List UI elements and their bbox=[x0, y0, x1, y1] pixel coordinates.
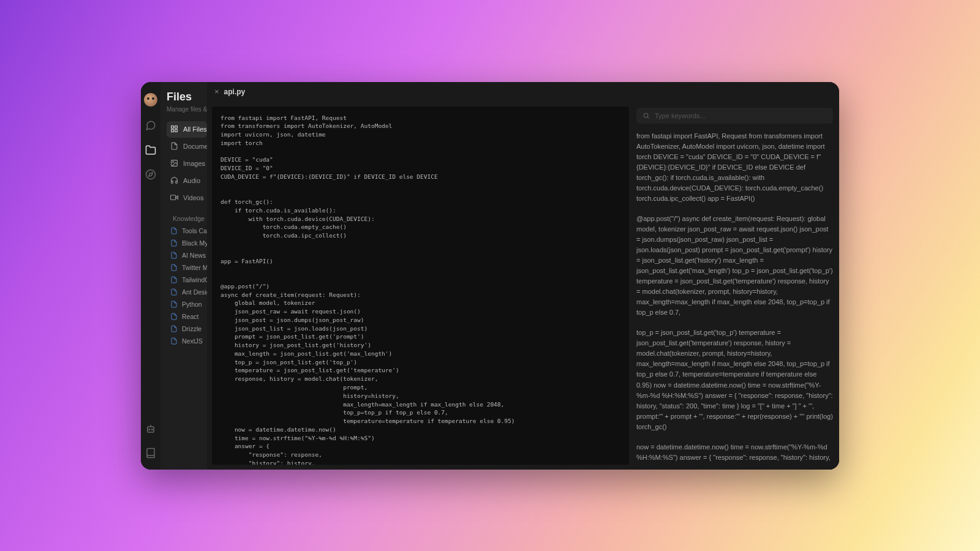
document-icon bbox=[170, 227, 178, 234]
folder-icon[interactable] bbox=[145, 144, 156, 156]
svg-point-0 bbox=[146, 170, 156, 179]
doc-item-label: NextJS bbox=[182, 337, 203, 345]
doc-item[interactable]: NextJS bbox=[167, 335, 207, 347]
search-result-item[interactable]: @app.post("/") async def create_item(req… bbox=[636, 214, 833, 318]
svg-point-11 bbox=[173, 161, 174, 162]
search-box[interactable] bbox=[636, 108, 833, 124]
sidebar-item-all-files[interactable]: All Files bbox=[167, 121, 207, 138]
compass-icon[interactable] bbox=[145, 169, 156, 180]
book-icon[interactable] bbox=[145, 448, 156, 459]
sidebar: Files Manage files & All FilesDocumenIma… bbox=[160, 82, 207, 470]
search-icon bbox=[643, 112, 650, 119]
chat-icon[interactable] bbox=[145, 120, 156, 131]
sidebar-subtitle: Manage files & bbox=[167, 106, 207, 113]
document-icon bbox=[170, 239, 178, 247]
svg-rect-9 bbox=[172, 129, 174, 132]
doc-item[interactable]: Drizzle bbox=[167, 323, 207, 335]
sidebar-item-audio[interactable]: Audio bbox=[167, 173, 207, 189]
video-icon bbox=[170, 193, 178, 203]
doc-item-label: React bbox=[182, 313, 198, 320]
doc-item[interactable]: TailwindC bbox=[167, 274, 207, 286]
svg-point-14 bbox=[644, 113, 648, 118]
svg-rect-7 bbox=[175, 126, 178, 128]
svg-marker-1 bbox=[149, 172, 153, 176]
doc-item-label: Python bbox=[182, 301, 202, 308]
doc-item-label: AI News bbox=[182, 252, 206, 259]
document-icon bbox=[170, 264, 178, 271]
sidebar-item-label: Documen bbox=[183, 143, 207, 150]
main-area: × api.py from fastapi import FastAPI, Re… bbox=[207, 82, 839, 470]
document-icon bbox=[170, 301, 178, 308]
tab-name[interactable]: api.py bbox=[224, 88, 246, 96]
doc-item-label: Tools Call bbox=[182, 227, 207, 234]
document-icon bbox=[170, 325, 178, 332]
sidebar-group-label: Knowledge bbox=[173, 215, 205, 222]
file-icon bbox=[170, 142, 178, 151]
doc-item[interactable]: Python bbox=[167, 298, 207, 310]
svg-rect-8 bbox=[175, 129, 178, 132]
tab-bar: × api.py bbox=[207, 82, 839, 102]
doc-item-label: Twitter M bbox=[182, 264, 207, 271]
document-icon bbox=[170, 313, 178, 320]
sidebar-item-label: All Files bbox=[183, 126, 207, 133]
svg-line-15 bbox=[647, 117, 649, 118]
sidebar-title: Files bbox=[167, 91, 207, 103]
doc-item[interactable]: AI News bbox=[167, 249, 207, 261]
svg-marker-12 bbox=[176, 195, 178, 198]
svg-rect-6 bbox=[172, 126, 174, 128]
doc-item-label: Ant Desig bbox=[182, 288, 207, 296]
document-icon bbox=[170, 252, 178, 259]
doc-item[interactable]: Twitter M bbox=[167, 261, 207, 274]
search-result-item[interactable]: from fastapi import FastAPI, Request fro… bbox=[636, 131, 833, 204]
sidebar-item-images[interactable]: Images bbox=[167, 156, 207, 172]
search-result-item[interactable]: now = datetime.datetime.now() time = now… bbox=[636, 442, 833, 463]
sidebar-item-label: Images bbox=[183, 160, 205, 167]
sidebar-item-label: Audio bbox=[183, 177, 200, 184]
tab-close-button[interactable]: × bbox=[214, 87, 219, 96]
audio-icon bbox=[170, 176, 178, 186]
icon-rail bbox=[141, 82, 160, 470]
search-input[interactable] bbox=[655, 112, 827, 119]
doc-item[interactable]: Black Myt bbox=[167, 237, 207, 249]
grid-icon bbox=[170, 125, 178, 134]
document-icon bbox=[170, 276, 178, 283]
search-panel: from fastapi import FastAPI, Request fro… bbox=[634, 102, 839, 470]
robot-icon[interactable] bbox=[145, 423, 156, 434]
app-window: Files Manage files & All FilesDocumenIma… bbox=[141, 82, 839, 470]
search-result-item[interactable]: top_p = json_post_list.get('top_p') temp… bbox=[636, 328, 833, 432]
doc-item-label: TailwindC bbox=[182, 276, 207, 283]
sidebar-item-label: Videos bbox=[183, 194, 203, 201]
avatar[interactable] bbox=[144, 93, 157, 107]
doc-item-label: Black Myt bbox=[182, 239, 207, 247]
doc-item[interactable]: Ant Desig bbox=[167, 286, 207, 298]
svg-rect-13 bbox=[171, 195, 176, 200]
doc-item[interactable]: React bbox=[167, 310, 207, 323]
code-editor[interactable]: from fastapi import FastAPI, Request fro… bbox=[212, 107, 629, 465]
svg-point-3 bbox=[149, 429, 150, 430]
doc-item-label: Drizzle bbox=[182, 325, 202, 332]
sidebar-group-knowledge[interactable]: Knowledge bbox=[167, 212, 207, 225]
svg-point-4 bbox=[152, 429, 153, 430]
sidebar-item-videos[interactable]: Videos bbox=[167, 190, 207, 206]
image-icon bbox=[170, 159, 178, 168]
sidebar-item-documen[interactable]: Documen bbox=[167, 138, 207, 155]
document-icon bbox=[170, 337, 178, 345]
document-icon bbox=[170, 288, 178, 296]
doc-item[interactable]: Tools Call bbox=[167, 225, 207, 237]
search-results: from fastapi import FastAPI, Request fro… bbox=[636, 131, 833, 463]
